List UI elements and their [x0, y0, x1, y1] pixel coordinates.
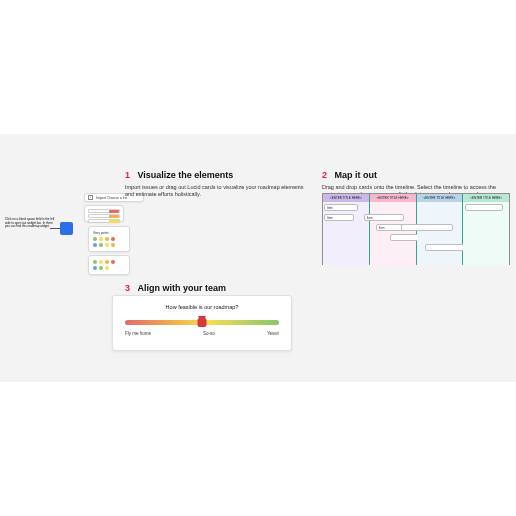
- section-2-title: Map it out: [334, 170, 377, 180]
- col-head[interactable]: <ENTER TITLE HERE>: [417, 194, 463, 202]
- timeline-card[interactable]: Item: [364, 214, 404, 221]
- feasibility-slider[interactable]: [125, 320, 279, 325]
- col-head[interactable]: <ENTER TITLE HERE>: [323, 194, 369, 202]
- col-head[interactable]: <ENTER TITLE HERE>: [463, 194, 509, 202]
- align-card: How feasible is our roadmap? Fly me home…: [112, 295, 292, 351]
- timeline-card[interactable]: Item: [324, 214, 354, 221]
- section-3-title: Align with your team: [137, 283, 226, 293]
- scale-low: Fly me home: [125, 331, 151, 336]
- import-label: Import Choose a list: [96, 196, 127, 200]
- align-question: How feasible is our roadmap?: [125, 304, 279, 310]
- timeline[interactable]: <ENTER TITLE HERE> ItemItem <ENTER TITLE…: [322, 193, 510, 265]
- timeline-card[interactable]: [425, 244, 465, 251]
- timeline-card[interactable]: Item: [324, 204, 358, 211]
- widget-icon[interactable]: [60, 222, 73, 235]
- scale-high: Yessir: [267, 331, 279, 336]
- canvas-bg: Click on a blank space field in the left…: [0, 134, 516, 382]
- section-1-desc: Import issues or drag out Lucid cards to…: [125, 184, 305, 198]
- cards-mini-panel: [84, 205, 124, 222]
- timeline-card[interactable]: [465, 204, 503, 211]
- col-body[interactable]: ItemItem: [323, 202, 369, 266]
- col-body[interactable]: [417, 202, 463, 266]
- legend-title: Story points: [93, 231, 125, 235]
- plus-icon: +: [88, 195, 93, 200]
- slider-scale: Fly me home So-so Yessir: [125, 331, 279, 336]
- legend-story-points: Story points: [88, 226, 130, 252]
- section-1-num: 1: [125, 170, 130, 180]
- section-3-num: 3: [125, 283, 130, 293]
- col-body[interactable]: ItemItem: [370, 202, 416, 266]
- section-1: 1 Visualize the elements Import issues o…: [125, 164, 305, 198]
- timeline-col-1[interactable]: <ENTER TITLE HERE> ItemItem: [323, 194, 370, 264]
- section-3: 3 Align with your team: [125, 277, 226, 295]
- legend-secondary: [88, 255, 130, 275]
- col-head[interactable]: <ENTER TITLE HERE>: [370, 194, 416, 202]
- section-1-title: Visualize the elements: [137, 170, 233, 180]
- slider-knob[interactable]: [198, 318, 207, 327]
- hint-text: Click on a blank space field in the left…: [5, 218, 55, 240]
- col-body[interactable]: [463, 202, 509, 266]
- scale-mid: So-so: [203, 331, 215, 336]
- timeline-card[interactable]: [401, 224, 453, 231]
- timeline-col-4[interactable]: <ENTER TITLE HERE>: [463, 194, 509, 264]
- section-2-num: 2: [322, 170, 327, 180]
- timeline-col-3[interactable]: <ENTER TITLE HERE>: [417, 194, 464, 264]
